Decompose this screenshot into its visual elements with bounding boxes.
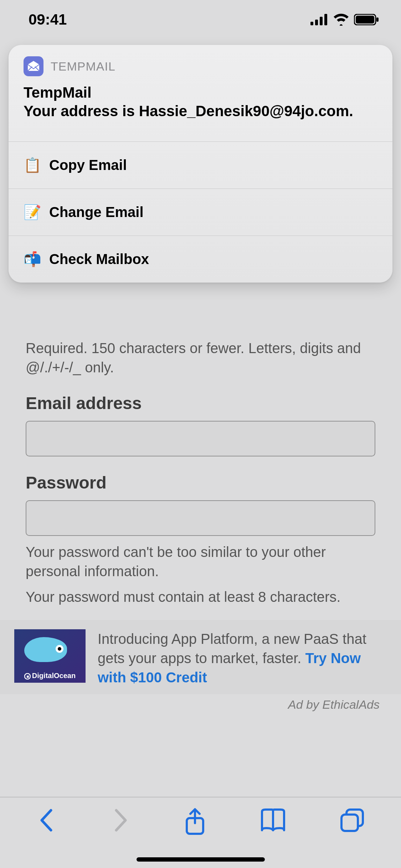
password-help-1: Your password can't be too similar to yo…	[26, 542, 375, 581]
banner-header: TEMPMAIL	[9, 45, 392, 82]
ad-text: Introducing App Platform, a new PaaS tha…	[98, 629, 387, 687]
email-label: Email address	[26, 393, 375, 413]
browser-toolbar	[0, 797, 401, 868]
mailbox-icon: 📬	[24, 251, 41, 268]
ad-banner[interactable]: DigitalOcean Introducing App Platform, a…	[0, 620, 401, 694]
email-field[interactable]	[26, 421, 375, 456]
banner-message: Your address is Hassie_Denesik90@94jo.co…	[24, 101, 377, 122]
banner-actions: 📋 Copy Email 📝 Change Email 📬 Check Mail…	[9, 141, 392, 283]
action-change-label: Change Email	[49, 204, 144, 220]
forward-button	[110, 807, 131, 833]
action-copy-label: Copy Email	[49, 157, 127, 173]
bookmarks-button[interactable]	[259, 807, 287, 833]
ad-brand-label: DigitalOcean	[32, 672, 76, 680]
banner-body[interactable]: TempMail Your address is Hassie_Denesik9…	[9, 82, 392, 141]
mail-app-icon	[24, 56, 43, 76]
home-indicator[interactable]	[137, 857, 265, 862]
share-button[interactable]	[183, 807, 207, 836]
svg-rect-12	[341, 815, 358, 831]
ad-image: DigitalOcean	[14, 629, 86, 683]
ad-attribution[interactable]: Ad by EthicalAds	[0, 698, 401, 712]
password-label: Password	[26, 473, 375, 492]
action-check-mailbox[interactable]: 📬 Check Mailbox	[9, 236, 392, 283]
memo-icon: 📝	[24, 204, 41, 221]
chevron-right-icon	[110, 807, 131, 833]
tabs-button[interactable]	[339, 807, 365, 833]
action-copy-email[interactable]: 📋 Copy Email	[9, 141, 392, 188]
action-change-email[interactable]: 📝 Change Email	[9, 188, 392, 236]
clipboard-icon: 📋	[24, 157, 41, 174]
notification-banner: TEMPMAIL TempMail Your address is Hassie…	[9, 45, 392, 283]
password-help-2: Your password must contain at least 8 ch…	[26, 587, 375, 606]
book-icon	[259, 807, 287, 833]
back-button[interactable]	[36, 807, 57, 833]
action-check-label: Check Mailbox	[49, 251, 149, 267]
banner-title: TempMail	[24, 84, 377, 101]
signup-form: Required. 150 characters or fewer. Lette…	[0, 339, 401, 606]
tabs-icon	[339, 807, 365, 833]
username-help-text: Required. 150 characters or fewer. Lette…	[26, 339, 375, 377]
chevron-left-icon	[36, 807, 57, 833]
banner-app-name: TEMPMAIL	[51, 60, 115, 73]
svg-rect-8	[27, 676, 29, 678]
password-field[interactable]	[26, 500, 375, 536]
share-icon	[183, 807, 207, 836]
